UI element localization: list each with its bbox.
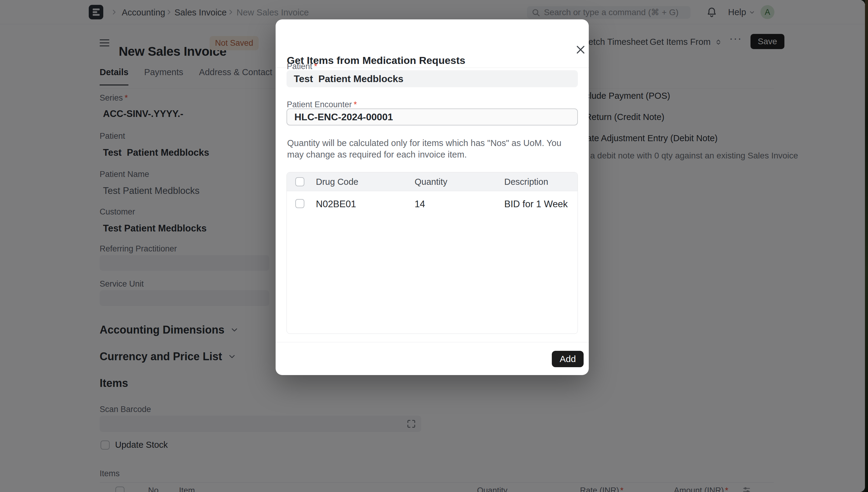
table-row[interactable]: N02BE01 14 BID for 1 Week	[287, 192, 578, 216]
screen: Accounting Sales Invoice New Sales Invoi…	[0, 0, 868, 492]
dialog-patient-label: Patient*	[287, 62, 317, 71]
dialog-patient-input[interactable]	[286, 70, 578, 87]
close-icon[interactable]	[574, 43, 587, 56]
table-select-all-checkbox[interactable]	[295, 177, 304, 186]
dialog-header-divider	[276, 68, 589, 68]
col-description: Description	[504, 177, 548, 187]
col-quantity: Quantity	[415, 177, 447, 187]
table-header-row: Drug Code Quantity Description	[287, 172, 578, 191]
row-drug-code: N02BE01	[316, 199, 356, 210]
medication-requests-table: Drug Code Quantity Description N02BE01 1…	[286, 172, 578, 334]
row-quantity: 14	[415, 199, 425, 210]
desktop-edge	[865, 0, 868, 492]
get-items-dialog: Get Items from Medication Requests Patie…	[276, 19, 589, 375]
dialog-footer-divider	[276, 342, 589, 342]
dialog-patient-encounter-label: Patient Encounter*	[287, 100, 357, 109]
dialog-patient-encounter-input[interactable]	[286, 108, 578, 125]
add-button[interactable]: Add	[552, 351, 584, 367]
col-drug-code: Drug Code	[316, 177, 358, 187]
row-description: BID for 1 Week	[504, 199, 568, 210]
dialog-help-text: Quantity will be calculated only for ite…	[287, 137, 576, 161]
row-checkbox[interactable]	[295, 199, 304, 208]
